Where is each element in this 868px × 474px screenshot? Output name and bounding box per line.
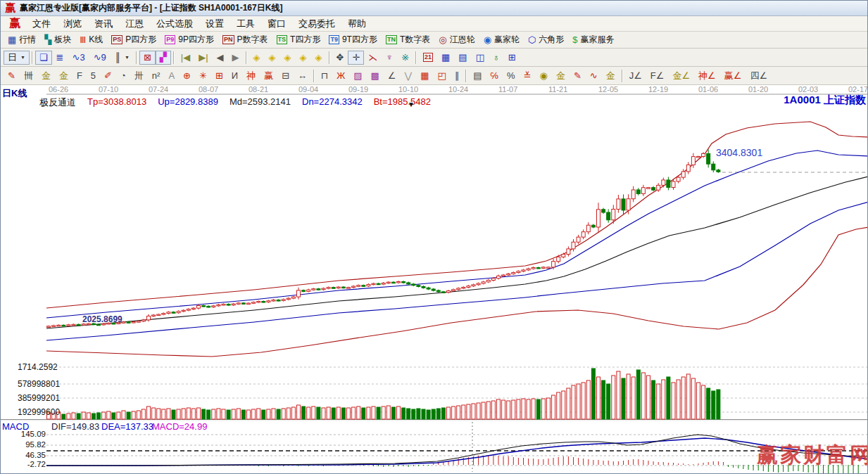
dropdown-arrow-icon[interactable]: ▼ <box>20 55 25 60</box>
kline-button[interactable]: ⅢK线 <box>75 33 107 47</box>
zoom-out-diamond-button[interactable]: ◈ <box>249 51 265 65</box>
wave-channel-button[interactable]: ∿ <box>586 69 602 83</box>
menu-item-7[interactable]: 窗口 <box>261 16 292 32</box>
gann-comb-button[interactable]: 卌 <box>20 69 37 83</box>
shen-comb-button[interactable]: 神 <box>242 69 260 83</box>
gann-wheel-button[interactable]: ◎江恩轮 <box>434 33 479 47</box>
grid-123-button[interactable]: ⊟ <box>277 69 294 83</box>
gold-angle-button[interactable]: 金∠ <box>668 69 694 83</box>
p9-square-button[interactable]: P99P四方形 <box>161 33 218 47</box>
angle-line-button[interactable]: ∠ <box>384 69 401 83</box>
ray-fan-button[interactable]: Ж <box>332 69 349 83</box>
shen-angle-button[interactable]: 神∠ <box>694 69 720 83</box>
angle-measure-button[interactable]: ⋋ <box>364 51 382 65</box>
box-fan-dark-button[interactable]: ▩ <box>367 69 384 83</box>
cursor-marker-icon[interactable]: ▼ <box>408 101 415 108</box>
next-page-button[interactable]: ▶ <box>228 51 244 65</box>
span-arrow-button[interactable]: ↔ <box>294 69 311 83</box>
menu-item-4[interactable]: 公式选股 <box>150 16 199 32</box>
f-angle-button[interactable]: F∠ <box>646 69 669 83</box>
gold-comb-2-button[interactable]: 金 <box>55 69 73 83</box>
swap-diamond-button[interactable]: ◈ <box>280 51 296 65</box>
remote-pc-button[interactable]: ⊞ <box>504 51 520 65</box>
circle-comb-button[interactable]: ◔ <box>116 69 130 83</box>
compress-diamond-button[interactable]: ◈ <box>296 51 311 65</box>
red-grid-button[interactable]: ▦ <box>416 69 433 83</box>
first-page-button[interactable]: |◀ <box>177 51 194 65</box>
winner-service-button[interactable]: $赢家服务 <box>568 33 618 47</box>
web-link-button[interactable]: ♁ <box>489 51 504 65</box>
p-number-button[interactable]: PNP数字表 <box>218 33 272 47</box>
corner-grid-button[interactable]: ◰ <box>433 69 450 83</box>
compass-button[interactable]: ⊕ <box>179 69 195 83</box>
menu-item-3[interactable]: 江恩 <box>119 16 150 32</box>
last-page-button[interactable]: ▶| <box>194 51 212 65</box>
color-histogram-button[interactable]: ▞ <box>156 51 171 65</box>
v-wave-button[interactable]: ⋁ <box>400 69 416 83</box>
expand-diamond-button[interactable]: ◈ <box>311 51 327 65</box>
menu-item-1[interactable]: 浏览 <box>57 16 88 32</box>
pencil-red-button[interactable]: ✎ <box>4 69 20 83</box>
cycle-tools-button[interactable]: ※ <box>397 51 413 65</box>
t9-square-button[interactable]: T99T四方形 <box>325 33 382 47</box>
gann-tools-button[interactable]: ♆ <box>382 51 397 65</box>
t-number-button[interactable]: TNT数字表 <box>382 33 434 47</box>
parallel-lines-button[interactable]: ∥ <box>451 69 464 83</box>
quotes-button[interactable]: ▦行情 <box>4 33 40 47</box>
candle-style-button[interactable]: ║▼ <box>111 51 134 65</box>
wave9-button[interactable]: ∿9 <box>89 51 111 65</box>
square-wheel-button[interactable]: ⊞ <box>211 69 227 83</box>
wheel-small-button[interactable]: ✳ <box>195 69 211 83</box>
menu-item-5[interactable]: 设置 <box>199 16 230 32</box>
menu-item-8[interactable]: 交易委托 <box>292 16 341 32</box>
plain-comb-button[interactable]: 卅 <box>130 69 148 83</box>
wave3-button[interactable]: ∿3 <box>68 51 89 65</box>
t-square-button[interactable]: TST四方形 <box>272 33 325 47</box>
price-ladder-button[interactable]: ▤ <box>469 69 486 83</box>
winner-wheel-button[interactable]: ◉赢家轮 <box>479 33 524 47</box>
gold-underline-button[interactable]: 金 <box>602 69 619 83</box>
percent-button[interactable]: % <box>503 69 520 83</box>
zoom-in-diamond-button[interactable]: ◈ <box>265 51 280 65</box>
menu-item-9[interactable]: 帮助 <box>341 16 372 32</box>
calendar-button[interactable]: 21 <box>419 51 437 65</box>
si-angle-button[interactable]: 四∠ <box>746 69 772 83</box>
t-percent-button[interactable]: ℅ <box>486 69 503 83</box>
save-button[interactable]: ◫ <box>472 51 489 65</box>
percent-line-button[interactable]: ≚ <box>520 69 536 83</box>
gann-mark-button[interactable]: ⊠ <box>139 51 156 65</box>
k-mark-button[interactable]: И <box>227 69 242 83</box>
volume-bar <box>667 377 670 419</box>
sectors-button[interactable]: ▚板块 <box>40 33 75 47</box>
ying-comb-button[interactable]: 赢 <box>260 69 277 83</box>
a-wave-button[interactable]: A <box>164 69 179 83</box>
t-frame-button[interactable]: ⊓ <box>317 69 332 83</box>
menu-item-2[interactable]: 资讯 <box>88 16 119 32</box>
period-day-button[interactable]: 日▼ <box>4 51 30 65</box>
pen-flag-button[interactable]: ✎ <box>570 69 586 83</box>
memo-button[interactable]: ▤ <box>454 51 471 65</box>
prev-page-button[interactable]: ◀ <box>213 51 228 65</box>
spiral-comb-button[interactable]: 5 <box>87 69 100 83</box>
ying-angle-button[interactable]: 赢∠ <box>720 69 746 83</box>
menu-item-6[interactable]: 工具 <box>230 16 261 32</box>
chart-pattern-button[interactable]: ❏ <box>35 51 52 65</box>
menu-item-0[interactable]: 文件 <box>26 16 57 32</box>
candle-body <box>417 286 420 287</box>
info-panel-button[interactable]: ≣ <box>52 51 68 65</box>
volume-bar <box>247 410 251 419</box>
box-fan-button[interactable]: ▨ <box>349 69 366 83</box>
crosshair-button[interactable]: ✛ <box>348 51 364 65</box>
n-square-button[interactable]: n² <box>148 69 165 83</box>
j-angle-button[interactable]: J∠ <box>625 69 646 83</box>
p-square-button[interactable]: PSP四方形 <box>107 33 161 47</box>
gold-comb-1-button[interactable]: 金 <box>37 69 55 83</box>
gold-rule-button[interactable]: 金 <box>552 69 570 83</box>
calculator-button[interactable]: ▦ <box>437 51 454 65</box>
f-comb-button[interactable]: F <box>73 69 87 83</box>
hexagon-button[interactable]: ⬡六角形 <box>524 33 568 47</box>
marker-pen-button[interactable]: ✐ <box>100 69 116 83</box>
dropdown-arrow-icon[interactable]: ▼ <box>125 55 130 60</box>
drag-hand-button[interactable]: ✥ <box>332 51 348 65</box>
gold-circle-button[interactable]: ◉ <box>536 69 552 83</box>
